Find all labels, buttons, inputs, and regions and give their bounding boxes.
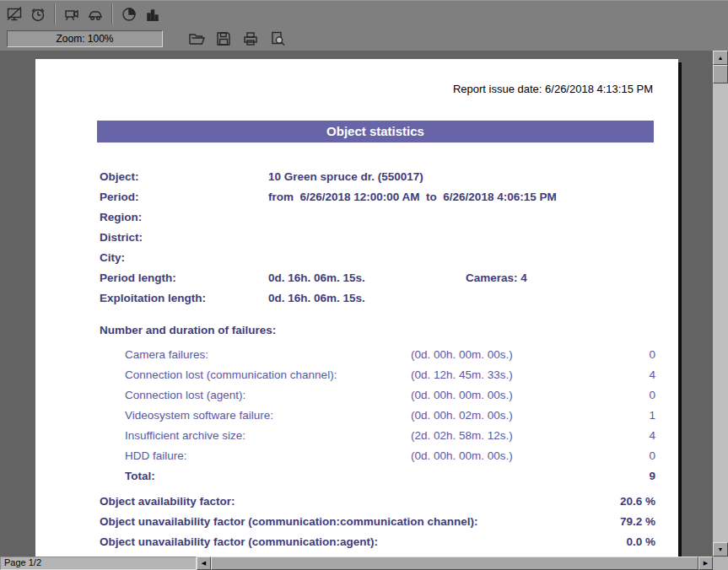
failure-name: Insufficient archive size: (125, 426, 411, 446)
failure-duration: (0d. 00h. 00m. 00s.) (411, 446, 605, 466)
main-toolbar (0, 0, 728, 27)
vehicle-icon[interactable] (85, 4, 105, 24)
failure-name: Camera failures: (125, 345, 411, 365)
failure-count: 1 (605, 406, 655, 426)
failure-row: Videosystem software failure: (0d. 00h. … (35, 406, 678, 426)
scrollbar-corner (713, 557, 728, 570)
preview-icon[interactable] (267, 29, 288, 49)
failure-name: Connection lost (communication channel): (125, 365, 411, 385)
field-row: City: (35, 248, 678, 268)
report-preview-area: Report issue date: 6/26/2018 4:13:15 PM … (0, 51, 713, 557)
summary-label: Object availability factor: (100, 492, 580, 512)
save-icon[interactable] (213, 29, 234, 49)
failure-row: Insufficient archive size: (2d. 02h. 58m… (35, 426, 678, 446)
camera-icon[interactable] (62, 4, 82, 24)
failures-total-label: Total: (125, 466, 411, 487)
field-label: Period: (100, 187, 268, 207)
report-title: Object statistics (97, 121, 654, 142)
failure-duration: (0d. 00h. 02m. 00s.) (411, 406, 605, 426)
failures-table: Camera failures: (0d. 00h. 00m. 00s.) 0 … (35, 345, 678, 487)
field-label: Object: (100, 167, 268, 187)
failures-total-value: 9 (605, 466, 655, 487)
summary-section: Object availability factor: 20.6 % Objec… (35, 492, 678, 557)
timer-icon[interactable] (28, 4, 48, 24)
horizontal-scrollbar[interactable]: ◀ ▶ (197, 557, 713, 570)
vertical-scroll-thumb[interactable] (713, 65, 728, 83)
scroll-right-button[interactable]: ▶ (698, 557, 713, 570)
report-viewer-window: Zoom: 100% Report issue date: 6/26/2018 … (0, 0, 728, 570)
field-row: Period length: 0d. 16h. 06m. 15s. Camera… (35, 268, 678, 288)
failure-count: 4 (605, 365, 655, 385)
field-value: 0d. 16h. 06m. 15s. (268, 268, 466, 288)
field-row: Region: (35, 207, 678, 228)
cameras-count: Cameras: 4 (466, 268, 527, 288)
scroll-left-button[interactable]: ◀ (197, 557, 211, 570)
field-label: Period length: (100, 268, 268, 288)
field-value (268, 228, 466, 248)
summary-value: 20.6 % (580, 492, 655, 512)
status-bar: Page 1/2 ◀ ▶ (0, 557, 728, 570)
field-label: Exploitation length: (100, 288, 268, 309)
print-icon[interactable] (240, 29, 261, 49)
failure-duration: (0d. 00h. 00m. 00s.) (411, 345, 605, 365)
field-row: District: (35, 228, 678, 248)
failures-section-header: Number and duration of failures: (100, 322, 678, 339)
scroll-up-button[interactable]: ▲ (713, 51, 728, 65)
field-row: Object: 10 Green spruce dr. (550017) (35, 167, 678, 187)
failure-count: 0 (605, 345, 655, 365)
failure-name: HDD failure: (125, 446, 411, 466)
field-value (268, 207, 466, 228)
field-row: Period: from 6/26/2018 12:00:00 AM to 6/… (35, 187, 678, 207)
failure-count: 4 (605, 426, 655, 446)
failure-count: 0 (605, 446, 655, 466)
report-issue-date: Report issue date: 6/26/2018 4:13:15 PM (35, 83, 653, 96)
preview-toolbar: Zoom: 100% (0, 27, 728, 51)
field-value: 0d. 16h. 06m. 15s. (268, 288, 466, 309)
summary-value: 79.2 % (580, 512, 655, 532)
field-value: from 6/26/2018 12:00:00 AM to 6/26/2018 … (268, 187, 557, 207)
failure-duration: (2d. 02h. 58m. 12s.) (411, 426, 605, 446)
summary-row: Object unavailability factor (communicat… (35, 512, 678, 532)
field-value: 10 Green spruce dr. (550017) (268, 167, 466, 187)
failure-count: 0 (605, 385, 655, 406)
zoom-indicator[interactable]: Zoom: 100% (7, 30, 163, 47)
monitor-off-icon[interactable] (4, 4, 24, 24)
report-page: Report issue date: 6/26/2018 4:13:15 PM … (35, 59, 678, 557)
pie-clock-icon[interactable] (119, 4, 139, 24)
failure-name: Connection lost (agent): (125, 385, 411, 406)
failures-total-row: Total: 9 (35, 466, 678, 487)
bar-chart-icon[interactable] (143, 4, 163, 24)
failure-row: Connection lost (agent): (0d. 00h. 00m. … (35, 385, 678, 406)
field-label: Region: (100, 207, 268, 228)
vertical-scrollbar[interactable]: ▲ ▼ (713, 51, 728, 557)
zoom-label: Zoom: 100% (56, 33, 113, 45)
page-indicator: Page 1/2 (0, 557, 197, 570)
summary-label: Object unavailability factor (communicat… (100, 532, 580, 552)
failure-duration: (0d. 00h. 00m. 00s.) (411, 385, 605, 406)
open-folder-icon[interactable] (186, 29, 207, 49)
failure-row: HDD failure: (0d. 00h. 00m. 00s.) 0 (35, 446, 678, 466)
failure-row: Connection lost (communication channel):… (35, 365, 678, 385)
failure-row: Camera failures: (0d. 00h. 00m. 00s.) 0 (35, 345, 678, 365)
summary-value: 0.0 % (580, 532, 655, 552)
horizontal-scroll-thumb[interactable] (211, 557, 698, 570)
failure-name: Videosystem software failure: (125, 406, 411, 426)
summary-row: Object unavailability factor (communicat… (35, 532, 678, 552)
toolbar-separator (111, 4, 113, 24)
field-row: Exploitation length: 0d. 16h. 06m. 15s. (35, 288, 678, 309)
summary-row: Object availability factor: 20.6 % (35, 492, 678, 512)
toolbar-separator (54, 4, 56, 24)
scroll-down-button[interactable]: ▼ (713, 542, 728, 557)
field-label: District: (100, 228, 268, 248)
spacer (411, 466, 605, 487)
field-value (268, 248, 466, 268)
failure-duration: (0d. 12h. 45m. 33s.) (411, 365, 605, 385)
field-label: City: (100, 248, 268, 268)
summary-label: Object unavailability factor (communicat… (100, 512, 580, 532)
report-fields: Object: 10 Green spruce dr. (550017) Per… (35, 167, 678, 309)
